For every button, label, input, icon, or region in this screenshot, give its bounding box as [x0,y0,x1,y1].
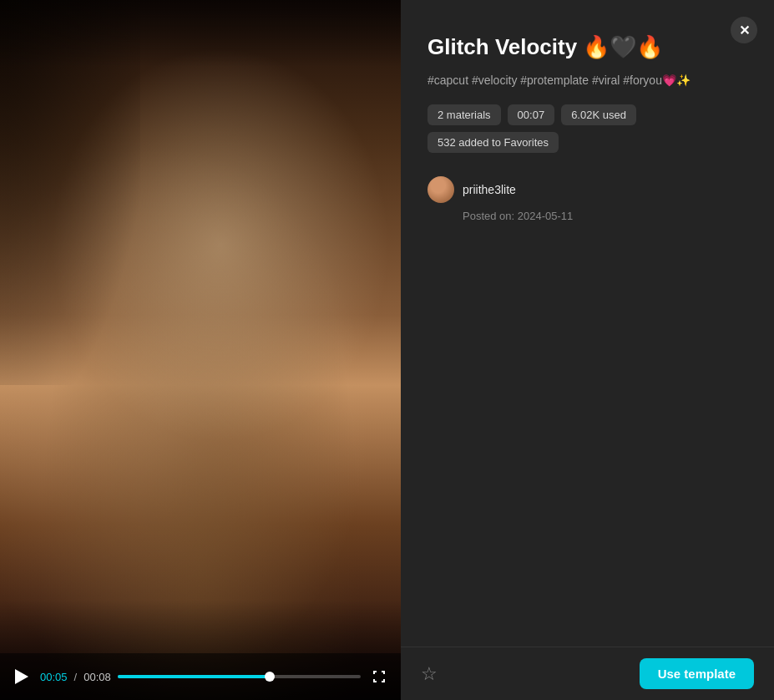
bottom-bar: ☆ Use template [401,647,774,700]
fullscreen-button[interactable] [367,665,391,688]
template-tags: #capcut #velocity #protemplate #viral #f… [427,72,747,89]
play-icon [15,669,28,684]
posted-date: Posted on: 2024-05-11 [463,210,747,222]
avatar-image [427,176,454,203]
info-panel: ✕ Glitch Velocity 🔥🖤🔥 #capcut #velocity … [401,0,774,700]
author-name[interactable]: priithe3lite [463,183,516,196]
stats-row: 2 materials 00:07 6.02K used 532 added t… [427,104,747,153]
used-badge: 6.02K used [561,104,636,125]
duration-badge: 00:07 [508,104,555,125]
video-panel: 00:05 / 00:08 [0,0,401,700]
favorite-button[interactable]: ☆ [421,663,438,685]
modal-container: 00:05 / 00:08 ✕ Glitch Velocity 🔥🖤🔥 #cap… [0,0,774,700]
template-title: Glitch Velocity 🔥🖤🔥 [427,33,747,62]
video-top-overlay [0,0,401,67]
favorites-badge: 532 added to Favorites [427,132,559,153]
video-current-time: 00:05 [40,671,68,683]
video-progress-thumb [265,672,275,682]
fullscreen-icon [372,670,386,683]
use-template-button[interactable]: Use template [640,658,754,689]
video-progress-fill [118,675,270,678]
avatar [427,176,454,203]
video-controls-bar: 00:05 / 00:08 [0,653,401,700]
video-total-time: 00:08 [83,671,111,683]
video-background [0,0,401,700]
close-button[interactable]: ✕ [731,17,757,43]
time-separator: / [74,671,78,683]
author-row: priithe3lite [427,176,747,203]
materials-badge: 2 materials [427,104,501,125]
video-progress-bar[interactable] [118,675,361,678]
play-button[interactable] [10,665,33,688]
